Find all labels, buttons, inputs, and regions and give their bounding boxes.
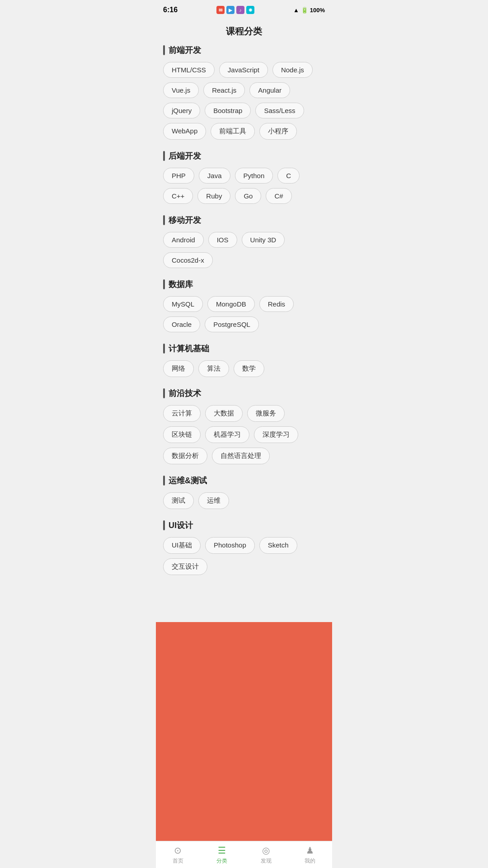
section-bar-ui	[163, 520, 165, 530]
tag-frontend-3[interactable]: Vue.js	[163, 82, 199, 98]
section-frontier: 前沿技术云计算大数据微服务区块链机器学习深度学习数据分析自然语言处理	[163, 388, 325, 464]
tag-frontend-8[interactable]: Sass/Less	[255, 103, 304, 118]
section-header-mobile: 移动开发	[163, 215, 325, 226]
tag-frontend-4[interactable]: React.js	[203, 82, 245, 98]
notif-icon-3: ♪	[236, 6, 244, 14]
section-bar-devops	[163, 476, 165, 486]
tag-ui-2[interactable]: Sketch	[259, 537, 297, 554]
status-icons: ▲ 🔋 100%	[293, 7, 325, 14]
tag-backend-1[interactable]: Java	[199, 168, 230, 184]
tag-frontier-5[interactable]: 深度学习	[254, 426, 298, 443]
section-title-frontier: 前沿技术	[169, 388, 201, 399]
tag-frontend-5[interactable]: Angular	[249, 82, 290, 98]
notif-icon-1: ✉	[216, 6, 225, 14]
tag-ui-1[interactable]: Photoshop	[205, 537, 255, 554]
tag-backend-4[interactable]: C++	[163, 188, 193, 204]
tags-wrap-devops: 测试运维	[163, 492, 325, 509]
tag-devops-0[interactable]: 测试	[163, 492, 194, 509]
section-bar-cs-basics	[163, 344, 165, 354]
section-devops: 运维&测试测试运维	[163, 475, 325, 509]
tag-frontend-10[interactable]: 前端工具	[211, 123, 255, 140]
section-title-cs-basics: 计算机基础	[169, 343, 209, 354]
tag-ui-0[interactable]: UI基础	[163, 537, 201, 554]
tag-devops-1[interactable]: 运维	[198, 492, 229, 509]
tag-mobile-0[interactable]: Android	[163, 232, 204, 248]
status-time: 6:16	[163, 6, 178, 14]
tag-backend-6[interactable]: Go	[235, 188, 261, 204]
tag-backend-5[interactable]: Ruby	[197, 188, 230, 204]
status-bar: 6:16 ✉ ▶ ♪ ❋ ▲ 🔋 100%	[156, 0, 332, 20]
tag-database-4[interactable]: PostgreSQL	[205, 316, 259, 332]
section-header-cs-basics: 计算机基础	[163, 343, 325, 354]
section-header-backend: 后端开发	[163, 151, 325, 161]
section-bar-frontend	[163, 45, 165, 55]
section-bar-mobile	[163, 215, 165, 225]
tag-frontier-6[interactable]: 数据分析	[163, 448, 207, 464]
tag-frontend-7[interactable]: Bootstrap	[205, 103, 251, 118]
tag-frontier-7[interactable]: 自然语言处理	[212, 448, 270, 464]
section-header-frontier: 前沿技术	[163, 388, 325, 399]
tag-backend-2[interactable]: Python	[235, 168, 273, 184]
tag-frontend-0[interactable]: HTML/CSS	[163, 62, 215, 78]
notification-icons: ✉ ▶ ♪ ❋	[216, 6, 254, 14]
tags-wrap-mobile: AndroidIOSUnity 3DCocos2d-x	[163, 232, 325, 268]
tags-wrap-frontend: HTML/CSSJavaScriptNode.jsVue.jsReact.jsA…	[163, 62, 325, 140]
section-bar-frontier	[163, 388, 165, 398]
tag-cs-basics-0[interactable]: 网络	[163, 360, 194, 377]
tag-mobile-2[interactable]: Unity 3D	[242, 232, 285, 248]
tag-backend-0[interactable]: PHP	[163, 168, 194, 184]
notif-icon-4: ❋	[246, 6, 254, 14]
tag-database-2[interactable]: Redis	[259, 296, 294, 312]
section-cs-basics: 计算机基础网络算法数学	[163, 343, 325, 377]
tag-frontier-2[interactable]: 微服务	[247, 405, 285, 422]
tag-frontier-4[interactable]: 机器学习	[205, 426, 249, 443]
section-title-backend: 后端开发	[169, 151, 201, 161]
tag-cs-basics-1[interactable]: 算法	[198, 360, 229, 377]
tags-wrap-cs-basics: 网络算法数学	[163, 360, 325, 377]
section-database: 数据库MySQLMongoDBRedisOraclePostgreSQL	[163, 279, 325, 332]
tag-backend-3[interactable]: C	[277, 168, 300, 184]
tags-wrap-backend: PHPJavaPythonCC++RubyGoC#	[163, 168, 325, 204]
section-bar-backend	[163, 151, 165, 161]
notif-icon-2: ▶	[226, 6, 235, 14]
tag-mobile-1[interactable]: IOS	[208, 232, 237, 248]
wifi-icon: ▲	[293, 7, 299, 14]
tag-frontier-3[interactable]: 区块链	[163, 426, 201, 443]
tags-wrap-database: MySQLMongoDBRedisOraclePostgreSQL	[163, 296, 325, 332]
section-header-devops: 运维&测试	[163, 475, 325, 486]
tag-backend-7[interactable]: C#	[266, 188, 291, 204]
tag-frontier-1[interactable]: 大数据	[205, 405, 243, 422]
tag-frontend-2[interactable]: Node.js	[272, 62, 313, 78]
tag-ui-3[interactable]: 交互设计	[163, 558, 207, 575]
section-header-frontend: 前端开发	[163, 45, 325, 56]
battery-icon: 🔋	[301, 7, 308, 14]
section-mobile: 移动开发AndroidIOSUnity 3DCocos2d-x	[163, 215, 325, 268]
tag-database-1[interactable]: MongoDB	[207, 296, 255, 312]
section-title-devops: 运维&测试	[169, 475, 207, 486]
tag-frontend-6[interactable]: jQuery	[163, 103, 200, 118]
section-title-frontend: 前端开发	[169, 45, 201, 56]
tags-wrap-frontier: 云计算大数据微服务区块链机器学习深度学习数据分析自然语言处理	[163, 405, 325, 464]
tag-database-3[interactable]: Oracle	[163, 316, 200, 332]
content-area: 前端开发HTML/CSSJavaScriptNode.jsVue.jsReact…	[156, 45, 332, 622]
tag-frontend-11[interactable]: 小程序	[259, 123, 297, 140]
tag-cs-basics-2[interactable]: 数学	[234, 360, 264, 377]
tag-frontend-9[interactable]: WebApp	[163, 123, 206, 140]
section-title-mobile: 移动开发	[169, 215, 201, 226]
section-bar-database	[163, 279, 165, 289]
tag-mobile-3[interactable]: Cocos2d-x	[163, 252, 213, 268]
section-backend: 后端开发PHPJavaPythonCC++RubyGoC#	[163, 151, 325, 204]
section-title-database: 数据库	[169, 279, 193, 290]
tag-frontier-0[interactable]: 云计算	[163, 405, 201, 422]
section-title-ui: UI设计	[169, 520, 193, 531]
tags-wrap-ui: UI基础PhotoshopSketch交互设计	[163, 537, 325, 575]
section-header-ui: UI设计	[163, 520, 325, 531]
section-ui: UI设计UI基础PhotoshopSketch交互设计	[163, 520, 325, 575]
page-title: 课程分类	[156, 20, 332, 45]
tag-frontend-1[interactable]: JavaScript	[219, 62, 268, 78]
section-header-database: 数据库	[163, 279, 325, 290]
tag-database-0[interactable]: MySQL	[163, 296, 203, 312]
section-frontend: 前端开发HTML/CSSJavaScriptNode.jsVue.jsReact…	[163, 45, 325, 140]
battery-percent: 100%	[310, 7, 325, 14]
